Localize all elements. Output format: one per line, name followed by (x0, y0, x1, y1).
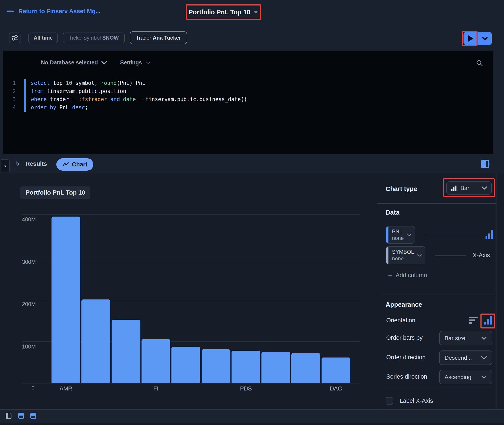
code-lines[interactable]: 1select top 10 symbol, round(PnL) PnL2fr… (3, 79, 493, 112)
bar[interactable] (321, 358, 350, 383)
column-chip-symbol[interactable]: SYMBOL none (386, 246, 425, 264)
x-axis-tick-label: AMR (53, 385, 79, 392)
results-tab-bar: › Results Chart (0, 154, 504, 173)
layout-top-panel-icon[interactable] (18, 413, 24, 419)
panel-expander-button[interactable]: › (1, 159, 10, 172)
column-accent (386, 226, 388, 243)
x-axis-assignment-label: X-Axis (473, 252, 490, 259)
bar[interactable] (261, 352, 290, 383)
order-direction-select[interactable]: Descend... (439, 351, 492, 365)
column-name: SYMBOL (392, 249, 414, 255)
split-view-button[interactable] (481, 160, 490, 169)
mapping-line (435, 255, 466, 255)
bar-chart-target-icon[interactable] (485, 230, 493, 239)
code-line[interactable]: 3where trader = :fstrader and date = fin… (3, 95, 493, 104)
section-divider (377, 203, 497, 204)
time-filter-button[interactable]: All time (28, 33, 58, 43)
gridline (22, 214, 360, 215)
bar[interactable] (82, 299, 110, 383)
tab-results[interactable]: Results (14, 158, 47, 169)
y-axis-tick-label: 100M (22, 343, 36, 350)
series-direction-select[interactable]: Ascending (439, 370, 492, 384)
play-icon (468, 35, 473, 41)
filters-button[interactable] (9, 33, 20, 43)
mapping-line (425, 235, 478, 235)
top-bar: Return to Finserv Asset Mg... Portfolio … (0, 0, 504, 24)
column-name: PNL (392, 228, 404, 235)
run-options-button[interactable] (478, 32, 492, 45)
vertical-bars-icon[interactable] (483, 315, 493, 325)
sliders-icon (11, 34, 18, 41)
add-column-button[interactable]: + Add column (388, 271, 427, 279)
database-selector-label: No Database selected (41, 59, 98, 66)
sql-editor[interactable]: No Database selected Settings 1select to… (3, 51, 493, 154)
label-x-axis-text: Label X-Axis (400, 398, 433, 404)
code-line[interactable]: 2from finservam.public.position (3, 87, 493, 95)
title-caret-icon[interactable] (254, 11, 258, 13)
bar[interactable] (171, 347, 200, 383)
split-panel-icon (481, 160, 490, 168)
tab-chart[interactable]: Chart (56, 158, 93, 171)
trader-filter-button[interactable]: Trader Ana Tucker (130, 31, 187, 44)
section-divider (377, 295, 497, 295)
chart-title[interactable]: Portfolio PnL Top 10 (20, 186, 90, 199)
editor-header: No Database selected Settings (3, 59, 493, 70)
annotation-title-box: Portfolio PnL Top 10 (186, 4, 261, 20)
line-number: 3 (3, 95, 24, 104)
section-divider (377, 388, 497, 388)
bar[interactable] (291, 353, 320, 383)
orientation-label: Orientation (386, 317, 415, 324)
x-axis-tick-label: DAC (323, 385, 349, 392)
y-axis-tick-label: 300M (22, 259, 36, 265)
chevron-down-icon (482, 36, 488, 40)
workbook-app: Return to Finserv Asset Mg... Portfolio … (0, 0, 504, 425)
minimize-icon (7, 11, 14, 12)
chart-tab-label: Chart (72, 161, 88, 168)
order-direction-value: Descend... (445, 354, 472, 361)
bottom-bar (0, 409, 504, 425)
column-chip-pnl[interactable]: PNL none (386, 226, 415, 244)
order-direction-label: Order direction (386, 354, 426, 361)
column-aggregation: none (392, 255, 414, 262)
order-bars-by-select[interactable]: Bar size (439, 331, 492, 345)
chart-workspace: Portfolio PnL Top 10 400M300M200M100M AM… (0, 173, 504, 409)
bar[interactable] (112, 320, 140, 383)
bar-chart-icon (451, 185, 457, 191)
layout-split-horizontal-icon[interactable] (30, 413, 36, 419)
editor-search-button[interactable] (476, 59, 483, 67)
worksheet-title[interactable]: Portfolio PnL Top 10 (189, 9, 251, 16)
code-line[interactable]: 4order by PnL desc; (3, 104, 493, 112)
run-split-button (463, 32, 492, 45)
horizontal-bars-icon[interactable] (469, 316, 478, 325)
ticker-filter-key: TickerSymbol (69, 35, 101, 41)
order-bars-by-value: Bar size (445, 335, 465, 342)
appearance-heading: Appearance (386, 301, 422, 308)
settings-menu[interactable]: Settings (120, 59, 151, 66)
database-selector[interactable]: No Database selected (41, 59, 107, 66)
layout-left-panel-icon[interactable] (6, 413, 11, 419)
trader-filter-value: Ana Tucker (153, 35, 181, 41)
plot-area: 400M300M200M100M (22, 205, 360, 384)
chart-type-select[interactable]: Bar (446, 181, 492, 195)
bar[interactable] (52, 217, 80, 383)
back-navigation[interactable]: Return to Finserv Asset Mg... (7, 8, 101, 15)
chevron-down-icon (145, 61, 151, 64)
results-tab-label: Results (26, 160, 47, 167)
time-filter-label: All time (34, 35, 53, 41)
line-chart-icon (62, 162, 69, 167)
back-link[interactable]: Return to Finserv Asset Mg... (19, 8, 101, 15)
series-direction-label: Series direction (386, 373, 427, 380)
settings-label: Settings (120, 59, 142, 66)
line-number: 1 (3, 79, 24, 87)
run-button[interactable] (463, 32, 477, 45)
chevron-down-icon (482, 186, 487, 190)
chevron-down-icon (481, 375, 487, 379)
chevron-down-icon (481, 336, 487, 340)
bar[interactable] (232, 351, 260, 383)
code-line[interactable]: 1select top 10 symbol, round(PnL) PnL (3, 79, 493, 87)
bar[interactable] (142, 339, 170, 383)
ticker-filter-button[interactable]: TickerSymbol SNOW (63, 33, 125, 43)
label-x-axis-checkbox[interactable] (386, 397, 393, 405)
chevron-down-icon (407, 233, 412, 236)
bar[interactable] (202, 349, 231, 383)
